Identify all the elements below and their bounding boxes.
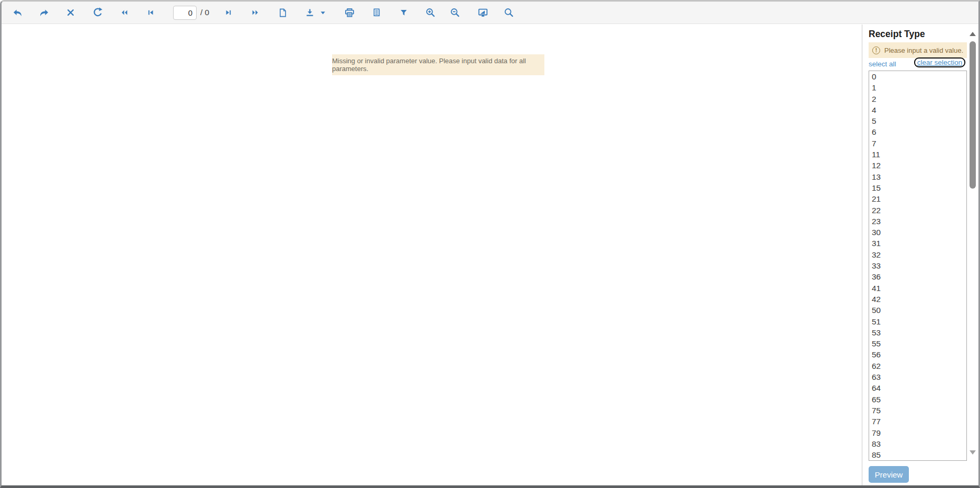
page-total-label: / 0	[200, 8, 209, 17]
refresh-icon	[92, 7, 104, 18]
back-button[interactable]	[8, 4, 26, 21]
list-option[interactable]: 0	[869, 71, 966, 82]
select-all-link[interactable]: select all	[869, 60, 896, 68]
page-number-input[interactable]	[173, 6, 197, 20]
preview-button[interactable]: Preview	[869, 466, 909, 483]
list-option[interactable]: 53	[869, 327, 966, 338]
zoom-out-button[interactable]	[446, 4, 464, 21]
parameter-title: Receipt Type	[869, 29, 925, 40]
forward-icon	[39, 7, 50, 18]
list-option[interactable]: 79	[869, 427, 966, 438]
list-option[interactable]: 55	[869, 338, 966, 349]
scrollbar-thumb[interactable]	[970, 41, 976, 189]
refresh-button[interactable]	[89, 4, 107, 21]
list-option[interactable]: 2	[869, 94, 966, 104]
parameter-validation-warning: ! Please input a valid value.	[869, 42, 967, 58]
back-icon	[12, 7, 23, 18]
download-caret-icon	[320, 10, 326, 16]
first-page-icon	[147, 9, 154, 16]
list-option[interactable]: 6	[869, 126, 966, 137]
list-option[interactable]: 51	[869, 316, 966, 327]
list-option[interactable]: 33	[869, 260, 966, 271]
list-option[interactable]: 50	[869, 305, 966, 316]
zoom-out-icon	[450, 7, 460, 18]
new-page-icon	[278, 8, 288, 18]
last-page-button[interactable]	[220, 4, 237, 21]
list-option[interactable]: 87	[869, 460, 966, 461]
validation-message: Please input a valid value.	[884, 47, 963, 54]
list-option[interactable]: 4	[869, 104, 966, 115]
list-option[interactable]: 65	[869, 394, 966, 405]
list-option[interactable]: 64	[869, 382, 966, 393]
list-option[interactable]: 32	[869, 249, 966, 260]
search-icon	[504, 7, 514, 18]
list-option[interactable]: 13	[869, 171, 966, 182]
report-viewer-window: / 0	[0, 0, 980, 488]
list-option[interactable]: 77	[869, 416, 966, 427]
list-option[interactable]: 23	[869, 216, 966, 227]
list-option[interactable]: 15	[869, 182, 966, 193]
list-option[interactable]: 30	[869, 227, 966, 238]
filter-icon	[400, 8, 408, 17]
list-option[interactable]: 85	[869, 449, 966, 460]
scrollbar-down-icon[interactable]	[970, 450, 976, 455]
list-option[interactable]: 83	[869, 438, 966, 449]
receipt-type-listbox[interactable]: 0124567111213152122233031323336414250515…	[869, 71, 967, 461]
fit-to-screen-icon	[477, 7, 488, 18]
previous-double-button[interactable]	[116, 4, 133, 21]
list-option[interactable]: 41	[869, 283, 966, 294]
page-setup-icon	[372, 8, 382, 18]
print-icon	[344, 7, 355, 18]
print-button[interactable]	[340, 4, 358, 21]
previous-double-icon	[120, 8, 129, 17]
list-option[interactable]: 5	[869, 115, 966, 126]
list-option[interactable]: 42	[869, 294, 966, 305]
list-option[interactable]: 56	[869, 349, 966, 360]
new-page-button[interactable]	[274, 4, 291, 21]
list-option[interactable]: 22	[869, 205, 966, 216]
report-viewer-toolbar: / 0	[2, 2, 978, 24]
next-double-icon	[251, 8, 259, 17]
panel-scrollbar	[968, 28, 977, 460]
zoom-in-button[interactable]	[421, 4, 439, 21]
cancel-button[interactable]	[62, 4, 79, 21]
cancel-icon	[66, 8, 75, 17]
search-button[interactable]	[500, 4, 518, 21]
list-option[interactable]: 21	[869, 193, 966, 204]
zoom-in-icon	[425, 7, 436, 18]
clear-selection-link[interactable]: clear selection	[914, 57, 965, 67]
list-option[interactable]: 62	[869, 361, 966, 371]
forward-button[interactable]	[35, 4, 53, 21]
last-page-icon	[225, 9, 232, 16]
first-page-button[interactable]	[142, 4, 159, 21]
page-setup-button[interactable]	[368, 4, 385, 21]
download-icon	[305, 8, 315, 18]
list-option[interactable]: 75	[869, 405, 966, 416]
download-button[interactable]	[301, 4, 318, 21]
download-menu-button[interactable]	[317, 4, 328, 21]
list-option[interactable]: 7	[869, 138, 966, 149]
parameters-panel: Receipt Type ! Please input a valid valu…	[862, 25, 978, 485]
list-option[interactable]: 12	[869, 160, 966, 171]
report-canvas: Missing or invalid parameter value. Plea…	[2, 25, 862, 485]
list-option[interactable]: 11	[869, 149, 966, 160]
fit-to-screen-button[interactable]	[474, 4, 492, 21]
list-option[interactable]: 1	[869, 82, 966, 93]
scrollbar-up-icon[interactable]	[970, 32, 976, 36]
list-option[interactable]: 36	[869, 271, 966, 282]
list-option[interactable]: 31	[869, 238, 966, 249]
list-option[interactable]: 63	[869, 371, 966, 382]
alert-circle-icon: !	[872, 47, 880, 54]
missing-parameter-warning: Missing or invalid parameter value. Plea…	[332, 54, 544, 75]
next-double-button[interactable]	[246, 4, 264, 21]
filter-button[interactable]	[395, 4, 413, 21]
